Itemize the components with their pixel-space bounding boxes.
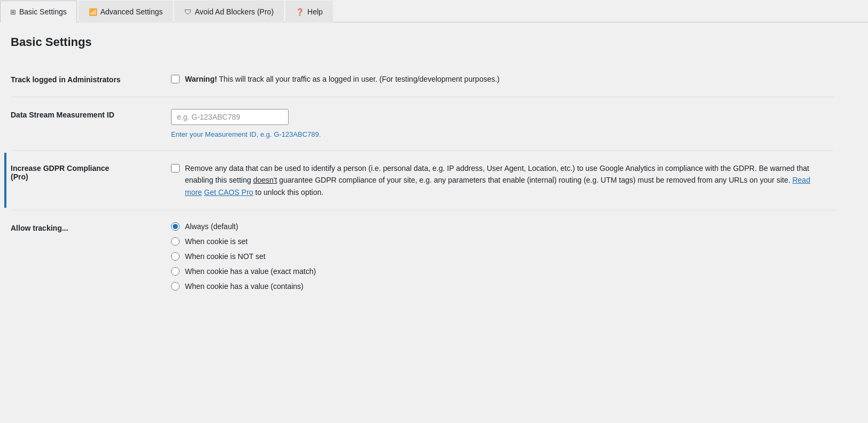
allow-tracking-row: Allow tracking... Always (default) When … [11, 213, 834, 300]
track-admins-label: Track logged in Administrators [11, 74, 171, 84]
measurement-id-label: Data Stream Measurement ID [11, 109, 171, 119]
radio-cookie-value[interactable] [171, 267, 180, 276]
get-caos-pro-link[interactable]: Get CAOS Pro [204, 188, 253, 197]
advanced-settings-icon: 📶 [89, 8, 97, 16]
gdpr-text-underline: doesn't [253, 176, 277, 184]
radio-always[interactable] [171, 222, 180, 231]
radio-row-cookie-not-set: When cookie is NOT set [171, 252, 834, 261]
gdpr-text-part2: guarantee GDPR compliance of your site, … [277, 176, 792, 184]
gdpr-label: Increase GDPR Compliance (Pro) [11, 162, 171, 181]
tab-basic-settings-label: Basic Settings [19, 7, 67, 16]
radio-row-cookie-set: When cookie is set [171, 237, 834, 246]
radio-row-always: Always (default) [171, 222, 834, 231]
warning-text: This will track all your traffic as a lo… [217, 75, 500, 83]
track-admins-checkbox-row: Warning! This will track all your traffi… [171, 74, 834, 85]
track-admins-warning: Warning! This will track all your traffi… [185, 74, 500, 85]
radio-cookie-value-contains-label: When cookie has a value (contains) [185, 282, 304, 291]
page-wrapper: ⊞ Basic Settings 📶 Advanced Settings 🛡 A… [0, 0, 868, 423]
radio-cookie-not-set-label: When cookie is NOT set [185, 252, 266, 261]
tab-help[interactable]: ❓ Help [285, 1, 333, 22]
gdpr-checkbox-row: Remove any data that can be used to iden… [171, 162, 834, 198]
track-admins-control: Warning! This will track all your traffi… [171, 74, 834, 85]
allow-tracking-control: Always (default) When cookie is set When… [171, 222, 834, 291]
basic-settings-icon: ⊞ [10, 8, 16, 16]
radio-row-cookie-value: When cookie has a value (exact match) [171, 267, 834, 276]
gdpr-text-part3: to unlock this option. [253, 188, 324, 197]
content-area: Basic Settings Track logged in Administr… [0, 22, 844, 311]
radio-cookie-value-label: When cookie has a value (exact match) [185, 267, 316, 276]
radio-cookie-not-set[interactable] [171, 252, 180, 261]
tab-advanced-settings-label: Advanced Settings [100, 7, 163, 16]
measurement-id-hint: Enter your Measurement ID, e.g. G-123ABC… [171, 130, 834, 138]
allow-tracking-label: Allow tracking... [11, 222, 171, 232]
radio-row-cookie-value-contains: When cookie has a value (contains) [171, 282, 834, 291]
allow-tracking-radio-group: Always (default) When cookie is set When… [171, 222, 834, 291]
tab-help-label: Help [307, 7, 323, 16]
radio-cookie-set-label: When cookie is set [185, 237, 248, 246]
tab-advanced-settings[interactable]: 📶 Advanced Settings [79, 1, 173, 22]
tabs-bar: ⊞ Basic Settings 📶 Advanced Settings 🛡 A… [0, 0, 868, 22]
measurement-id-control: Enter your Measurement ID, e.g. G-123ABC… [171, 109, 834, 138]
radio-cookie-value-contains[interactable] [171, 282, 180, 291]
divider-2 [11, 150, 834, 151]
tab-avoid-ad-blockers[interactable]: 🛡 Avoid Ad Blockers (Pro) [174, 1, 284, 22]
tab-basic-settings[interactable]: ⊞ Basic Settings [0, 1, 77, 22]
radio-cookie-set[interactable] [171, 237, 180, 246]
divider-3 [11, 210, 834, 210]
tab-avoid-ad-blockers-label: Avoid Ad Blockers (Pro) [195, 7, 274, 16]
gdpr-checkbox[interactable] [171, 164, 180, 173]
gdpr-row: Increase GDPR Compliance (Pro) Remove an… [4, 153, 834, 208]
gdpr-description: Remove any data that can be used to iden… [185, 162, 826, 198]
divider-1 [11, 97, 834, 97]
shield-icon: 🛡 [184, 8, 191, 16]
gdpr-control: Remove any data that can be used to iden… [171, 162, 834, 198]
track-admins-row: Track logged in Administrators Warning! … [11, 64, 834, 95]
page-title: Basic Settings [11, 35, 834, 49]
measurement-id-input[interactable] [171, 109, 289, 125]
radio-always-label: Always (default) [185, 222, 238, 231]
warning-prefix: Warning! [185, 75, 217, 83]
track-admins-checkbox[interactable] [171, 75, 180, 83]
measurement-id-row: Data Stream Measurement ID Enter your Me… [11, 99, 834, 148]
help-icon: ❓ [296, 8, 304, 16]
